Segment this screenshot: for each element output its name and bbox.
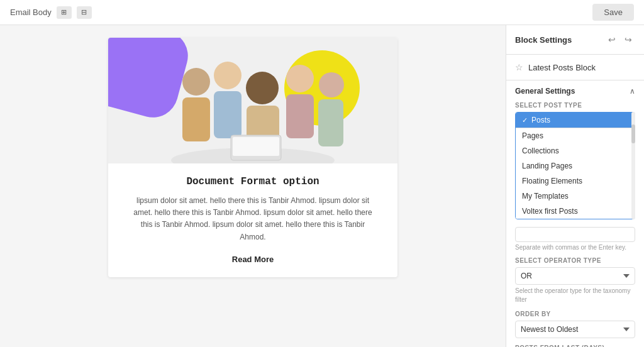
top-bar-right: Save [592, 4, 634, 21]
panel-actions: ↩ ↪ [605, 33, 635, 47]
top-bar-btn-1[interactable]: ⊞ [57, 6, 72, 19]
panel-title: Block Settings [515, 35, 572, 45]
email-content: Document Format option lipsum dolor sit … [108, 163, 397, 277]
star-icon: ☆ [515, 62, 523, 72]
top-bar-btn-2[interactable]: ⊟ [77, 6, 92, 19]
option-voltex-posts[interactable]: Voltex first Posts [516, 204, 635, 219]
svg-point-9 [319, 72, 344, 97]
svg-rect-2 [182, 97, 210, 141]
top-bar: Email Body ⊞ ⊟ Save [0, 0, 644, 25]
posts-from-last-label: POSTS FROM LAST (DAYS) [515, 344, 635, 347]
select-post-type-group: SELECT POST TYPE ✓ Posts Pages Collectio… [515, 102, 635, 219]
selected-option-label: Posts [531, 116, 550, 124]
operator-type-label: SELECT OPERATOR TYPE [515, 257, 635, 264]
svg-rect-12 [233, 137, 279, 156]
posts-from-last-group: POSTS FROM LAST (DAYS) [515, 344, 635, 347]
email-body-label: Email Body [10, 8, 52, 17]
tags-hint: Separate with commas or the Enter key. [515, 244, 635, 251]
tags-field-group: Separate with commas or the Enter key. [515, 226, 635, 251]
undo-button[interactable]: ↩ [605, 33, 619, 47]
people-group-image [146, 44, 360, 163]
panel-header: Block Settings ↩ ↪ [506, 25, 644, 55]
operator-hint: Select the operator type for the taxonom… [515, 287, 635, 304]
dropdown-selected-option[interactable]: ✓ Posts [516, 113, 635, 128]
select-post-type-label: SELECT POST TYPE [515, 102, 635, 109]
block-title-row: ☆ Latest Posts Block [506, 55, 644, 80]
right-panel: Block Settings ↩ ↪ ☆ Latest Posts Block … [506, 25, 644, 347]
svg-rect-4 [214, 91, 242, 138]
scrollbar-thumb [631, 124, 635, 143]
main-layout: Document Format option lipsum dolor sit … [0, 25, 644, 347]
option-landing-pages[interactable]: Landing Pages [516, 158, 635, 174]
order-by-label: ORDER BY [515, 311, 635, 317]
post-body: lipsum dolor sit amet. hello there this … [127, 195, 379, 243]
redo-button[interactable]: ↪ [621, 33, 635, 47]
dropdown-scrollbar[interactable] [631, 112, 635, 219]
svg-rect-10 [318, 99, 343, 146]
dropdown-open-container: ✓ Posts Pages Collections Landing Pages … [515, 112, 635, 219]
check-mark-icon: ✓ [522, 116, 528, 124]
svg-point-5 [246, 72, 279, 104]
save-button[interactable]: Save [592, 4, 634, 21]
order-by-group: ORDER BY Newest to Oldest Oldest to Newe… [515, 311, 635, 338]
post-type-dropdown[interactable]: ✓ Posts Pages Collections Landing Pages … [515, 112, 635, 219]
chevron-up-icon: ∧ [630, 87, 635, 96]
option-pages[interactable]: Pages [516, 128, 635, 143]
block-title-text: Latest Posts Block [528, 63, 596, 72]
post-title: Document Format option [127, 176, 379, 187]
operator-type-select[interactable]: OR AND [515, 267, 635, 285]
dropdown-options-list: Pages Collections Landing Pages Floating… [516, 128, 635, 219]
section-header[interactable]: General Settings ∧ [515, 87, 635, 96]
canvas-area: Document Format option lipsum dolor sit … [0, 25, 506, 347]
option-my-templates[interactable]: My Templates [516, 189, 635, 204]
operator-type-group: SELECT OPERATOR TYPE OR AND Select the o… [515, 257, 635, 304]
svg-point-1 [182, 68, 210, 96]
option-collections[interactable]: Collections [516, 143, 635, 158]
svg-rect-8 [286, 94, 314, 138]
svg-point-7 [286, 65, 314, 92]
email-card: Document Format option lipsum dolor sit … [108, 38, 397, 277]
read-more-button[interactable]: Read More [232, 255, 274, 264]
tags-input[interactable] [515, 227, 635, 242]
svg-point-3 [214, 62, 242, 89]
option-floating-elements[interactable]: Floating Elements [516, 174, 635, 189]
order-by-select[interactable]: Newest to Oldest Oldest to Newest [515, 321, 635, 338]
general-settings-section: General Settings ∧ SELECT POST TYPE ✓ Po… [506, 80, 644, 347]
section-title: General Settings [515, 87, 575, 96]
hero-image [108, 38, 397, 163]
